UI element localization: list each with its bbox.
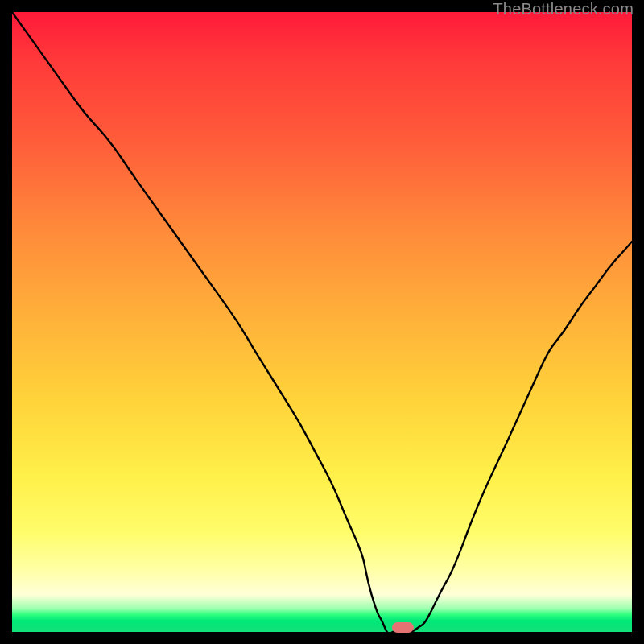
optimal-point-marker [392,622,414,633]
watermark-text: TheBottleneck.com [493,0,634,19]
plot-gradient-background [12,12,632,632]
chart-frame: TheBottleneck.com [0,0,644,644]
